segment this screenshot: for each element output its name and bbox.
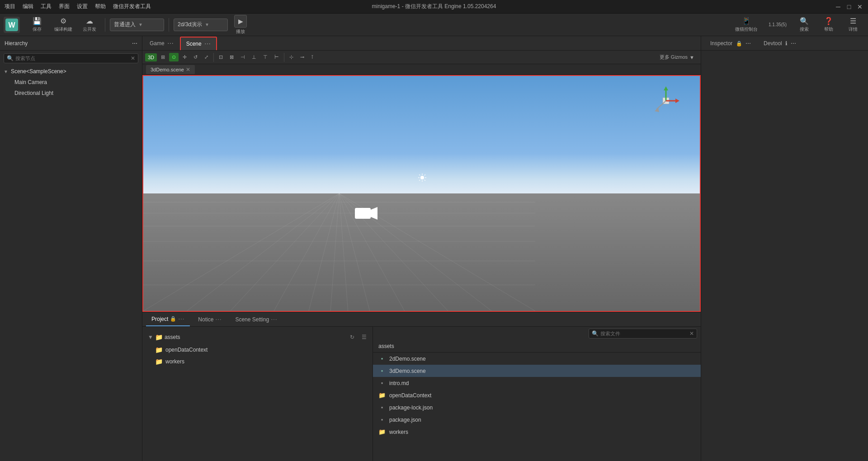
file-tab-3ddemo[interactable]: 3dDemo.scene ✕	[146, 65, 195, 74]
tool-snap-bottom[interactable]: ⊥	[249, 53, 259, 61]
gizmos-button[interactable]: 更多 Gizmos ▼	[656, 52, 698, 62]
scene-tab-more[interactable]: ⋯	[204, 40, 211, 47]
compile-button[interactable]: ⚙ 编译构建	[51, 15, 76, 34]
tree-item-workers[interactable]: 📁 workers	[142, 356, 373, 367]
inspector-more-icon[interactable]: ⋯	[745, 40, 751, 47]
gizmos-label: 更多 Gizmos	[660, 54, 688, 61]
tool-orbit[interactable]: ⊙	[169, 53, 179, 61]
hierarchy-item-main-camera[interactable]: Main Camera	[0, 77, 142, 88]
tool-rotate[interactable]: ↺	[191, 53, 200, 61]
svg-line-15	[339, 193, 348, 311]
2ddemo-label: 2dDemo.scene	[389, 356, 426, 362]
file-item-2ddemo[interactable]: ▪ 2dDemo.scene	[373, 353, 701, 365]
svg-line-9	[143, 193, 339, 311]
help-button[interactable]: ❓ 帮助	[817, 15, 840, 34]
file-tab-label: 3dDemo.scene	[151, 67, 184, 72]
scene-tabs: Game ⋯ Scene ⋯	[142, 36, 701, 51]
gizmo-widget[interactable]	[650, 85, 682, 117]
save-button[interactable]: 💾 保存	[26, 15, 48, 34]
assets-refresh-button[interactable]: ↻	[347, 332, 357, 342]
assets-list-button[interactable]: ☰	[359, 332, 369, 342]
svg-point-21	[420, 176, 424, 179]
tool-move[interactable]: ✛	[180, 53, 189, 61]
menu-item-project[interactable]: 项目	[5, 3, 15, 10]
tab-scene[interactable]: Scene ⋯	[180, 37, 217, 50]
minimize-button[interactable]: ─	[835, 3, 842, 10]
scene-node[interactable]: ▼ Scene<SampleScene>	[0, 66, 142, 77]
svg-line-11	[231, 193, 340, 311]
search-button[interactable]: 🔍 搜索	[793, 15, 816, 34]
menu-item-help[interactable]: 帮助	[95, 3, 106, 10]
devtool-info-icon[interactable]: ℹ	[785, 40, 788, 47]
file-item-3ddemo[interactable]: ▪ 3dDemo.scene	[373, 365, 701, 377]
file-tab-close[interactable]: ✕	[186, 66, 190, 73]
assets-tree-header: ▼ 📁 assets ↻ ☰	[142, 330, 373, 344]
tool-extra-1[interactable]: ⊹	[287, 53, 296, 61]
hierarchy-search-clear[interactable]: ✕	[131, 55, 135, 61]
game-tab-more[interactable]: ⋯	[167, 40, 174, 47]
tool-scale[interactable]: ⤢	[202, 53, 211, 61]
file-item-package[interactable]: ▪ package.json	[373, 414, 701, 426]
svg-marker-38	[655, 108, 659, 112]
scene-setting-tab-label: Scene Setting	[235, 316, 269, 323]
tool-3d[interactable]: 3D	[145, 53, 157, 61]
tool-snap-top[interactable]: ⊤	[260, 53, 270, 61]
remote-control-button[interactable]: 📱 微猫控制台	[731, 15, 762, 34]
file-item-open-data-context[interactable]: 📁 openDataContext	[373, 389, 701, 401]
tool-extra-2[interactable]: ⊸	[297, 53, 307, 61]
workers-content-label: workers	[389, 429, 408, 435]
open-data-label: openDataContext	[165, 347, 208, 353]
tab-scene-setting[interactable]: Scene Setting ⋯	[230, 313, 283, 326]
tool-rect[interactable]: ⊡	[216, 53, 226, 61]
menu-item-edit[interactable]: 编辑	[23, 3, 33, 10]
menu-item-interface[interactable]: 界面	[59, 3, 70, 10]
svg-marker-31	[371, 207, 377, 220]
tab-game[interactable]: Game ⋯	[144, 37, 179, 50]
scene-arrow: ▼	[4, 69, 8, 74]
maximize-button[interactable]: □	[845, 3, 853, 10]
tool-extra-3[interactable]: ⊺	[308, 53, 316, 61]
assets-expand-arrow[interactable]: ▼	[148, 334, 153, 340]
play-button[interactable]: ▶	[234, 15, 247, 28]
tree-item-open-data-context[interactable]: 📁 openDataContext	[142, 344, 373, 356]
project-lock-icon[interactable]: 🔒	[170, 316, 176, 322]
mode-dropdown[interactable]: 普通进入 ▼	[110, 19, 164, 31]
gizmos-dropdown-arrow: ▼	[689, 55, 694, 60]
hierarchy-search-input[interactable]	[15, 56, 129, 61]
tab-devtool[interactable]: Devtool ℹ ⋯	[759, 38, 801, 48]
scene-setting-more-icon[interactable]: ⋯	[271, 316, 277, 323]
hierarchy-more-icon[interactable]: ⋯	[132, 40, 137, 47]
svg-marker-34	[664, 86, 668, 90]
project-more-icon[interactable]: ⋯	[178, 315, 184, 323]
devtool-label: Devtool	[764, 40, 782, 47]
menu-item-wechat[interactable]: 微信开发者工具	[113, 3, 151, 10]
tool-snap-left[interactable]: ⊣	[238, 53, 248, 61]
tool-snap-right[interactable]: ⊢	[272, 53, 282, 61]
close-button[interactable]: ✕	[856, 3, 863, 10]
view-dropdown-arrow: ▼	[205, 22, 209, 27]
scene-viewport[interactable]	[142, 75, 701, 312]
devtool-more-icon[interactable]: ⋯	[791, 40, 796, 47]
notice-more-icon[interactable]: ⋯	[215, 316, 222, 323]
tool-grid[interactable]: ⊞	[158, 53, 168, 61]
menu-item-settings[interactable]: 设置	[77, 3, 88, 10]
file-item-package-lock[interactable]: ▪ package-lock.json	[373, 401, 701, 414]
tool-anchor[interactable]: ⊠	[227, 53, 236, 61]
compile-icon: ⚙	[60, 17, 66, 25]
menu-item-tools[interactable]: 工具	[41, 3, 52, 10]
tab-notice[interactable]: Notice ⋯	[193, 313, 227, 326]
file-item-intro[interactable]: ▪ intro.md	[373, 377, 701, 389]
save-label: 保存	[33, 26, 42, 33]
tab-inspector[interactable]: Inspector 🔒 ⋯	[706, 38, 755, 48]
cloud-button[interactable]: ☁ 云开发	[79, 15, 100, 34]
view-dropdown[interactable]: 2d/3d演示 ▼	[174, 19, 228, 31]
title-bar: 项目 编辑 工具 界面 设置 帮助 微信开发者工具 minigame-1 - 微…	[0, 0, 868, 14]
assets-folder-icon: 📁	[155, 334, 163, 341]
assets-search-clear[interactable]: ✕	[689, 330, 694, 337]
inspector-lock-icon[interactable]: 🔒	[736, 41, 742, 46]
tab-project[interactable]: Project 🔒 ⋯	[146, 313, 190, 326]
hierarchy-item-directional-light[interactable]: Directional Light	[0, 88, 142, 99]
file-item-workers[interactable]: 📁 workers	[373, 426, 701, 438]
assets-search-input[interactable]	[600, 331, 673, 336]
detail-button[interactable]: ☰ 详情	[842, 15, 864, 34]
